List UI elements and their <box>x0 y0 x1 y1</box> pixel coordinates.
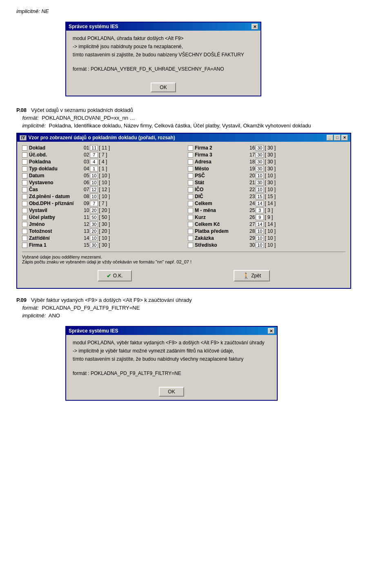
field-value-box[interactable]: 10 <box>256 235 264 241</box>
field-checkbox[interactable] <box>22 187 27 192</box>
dialog2-close-button[interactable]: ✕ <box>268 328 274 334</box>
field-checkbox[interactable] <box>22 194 27 199</box>
field-label: Zakázka <box>195 235 248 241</box>
field-label: Doklad <box>29 145 82 151</box>
field-checkbox[interactable] <box>188 236 193 241</box>
p08-heading: Výčet údajů v seznamu pokladních dokladů <box>31 107 133 113</box>
field-checkbox[interactable] <box>188 166 193 172</box>
field-max-bracket: [ 30 ] <box>265 180 276 185</box>
large-dialog-ok-button[interactable]: ✔ O.K. <box>98 270 132 281</box>
field-row-right: IČO 22 10 [ 10 ] <box>188 187 345 192</box>
field-max-bracket: [ 30 ] <box>265 159 276 165</box>
field-checkbox[interactable] <box>22 201 27 206</box>
field-value-box[interactable]: 10 <box>90 180 98 185</box>
field-checkbox[interactable] <box>188 194 193 199</box>
field-label: Úč.obd. <box>29 152 82 158</box>
field-value-box[interactable]: 30 <box>90 221 98 227</box>
field-max-bracket: [ 10 ] <box>265 173 276 179</box>
field-label: Středisko <box>195 242 248 248</box>
field-value-box[interactable]: 20 <box>90 208 98 213</box>
field-value-box[interactable]: 10 <box>90 194 98 199</box>
field-checkbox[interactable] <box>188 187 193 192</box>
field-value-box[interactable]: 4 <box>90 159 98 165</box>
field-label: Zd.plnění - datum <box>29 194 82 199</box>
field-checkbox[interactable] <box>188 159 193 165</box>
field-value-box[interactable]: 30 <box>256 180 264 185</box>
field-value-box[interactable]: 30 <box>256 152 264 158</box>
field-checkbox[interactable] <box>22 145 27 151</box>
minimize-button[interactable]: _ <box>327 135 333 141</box>
field-checkbox[interactable] <box>188 208 193 213</box>
dialog2-line2: -> implicitně je výběr faktur možné vyme… <box>73 348 270 354</box>
close-button[interactable]: ✕ <box>341 135 348 141</box>
field-value-box[interactable]: 10 <box>256 173 264 179</box>
field-checkbox[interactable] <box>22 208 27 213</box>
field-order: 06 <box>84 180 89 185</box>
field-checkbox[interactable] <box>188 180 193 185</box>
field-order: 02 <box>84 152 89 158</box>
field-checkbox[interactable] <box>22 243 27 248</box>
field-max-bracket: [ 10 ] <box>99 180 110 185</box>
field-checkbox[interactable] <box>22 166 27 172</box>
field-value-box[interactable]: 30 <box>256 159 264 165</box>
field-label: IČO <box>195 187 248 192</box>
field-value-box[interactable]: 10 <box>256 242 264 248</box>
field-value-box[interactable]: 30 <box>90 242 98 248</box>
large-dialog-footer: ✔ O.K. 🚶 Zpět <box>22 267 345 285</box>
field-checkbox[interactable] <box>22 180 27 185</box>
field-value-box[interactable]: 10 <box>256 187 264 192</box>
dialog1-close-button[interactable]: ✕ <box>252 24 258 29</box>
field-order: 12 <box>84 221 89 227</box>
maximize-button[interactable]: □ <box>334 135 341 141</box>
field-value-box[interactable]: 12 <box>90 187 98 192</box>
field-row-right: Zakázka 29 10 [ 10 ] <box>188 235 345 241</box>
field-checkbox[interactable] <box>22 236 27 241</box>
field-value-box[interactable]: 20 <box>90 228 98 234</box>
field-checkbox[interactable] <box>188 222 193 227</box>
field-value-box[interactable]: 30 <box>256 166 264 172</box>
field-label: Kurz <box>195 214 248 220</box>
field-checkbox[interactable] <box>188 229 193 234</box>
field-max-bracket: [ 10 ] <box>265 187 276 192</box>
large-dialog-back-button[interactable]: 🚶 Zpět <box>234 270 270 281</box>
field-value-box[interactable]: 11 <box>90 145 98 151</box>
field-checkbox[interactable] <box>22 152 27 158</box>
field-checkbox[interactable] <box>188 201 193 206</box>
dialog1-ok-button[interactable]: OK <box>151 83 176 92</box>
field-checkbox[interactable] <box>188 215 193 220</box>
field-max-bracket: [ 1 ] <box>99 166 107 172</box>
dialog2-line1: modul POKLADNA, výběr faktur vydaných <F… <box>73 340 270 346</box>
field-checkbox[interactable] <box>22 159 27 165</box>
field-value-box[interactable]: 15 <box>256 194 264 199</box>
field-label: Čas <box>29 187 82 192</box>
field-value-box[interactable]: 7 <box>90 201 98 206</box>
field-value-box[interactable]: 10 <box>90 235 98 241</box>
field-value-box[interactable]: 30 <box>256 145 264 151</box>
field-order: 10 <box>84 208 89 213</box>
field-value-box[interactable]: 10 <box>90 173 98 179</box>
field-order: 13 <box>84 228 89 234</box>
field-checkbox[interactable] <box>188 152 193 158</box>
field-checkbox[interactable] <box>22 229 27 234</box>
field-value-box[interactable]: 50 <box>90 214 98 220</box>
field-value-box[interactable]: 3 <box>256 208 264 213</box>
field-max-bracket: [ 30 ] <box>99 221 110 227</box>
field-value-box[interactable]: 10 <box>256 228 264 234</box>
field-value-box[interactable]: 14 <box>256 221 264 227</box>
dialog2-ok-button[interactable]: OK <box>159 387 184 397</box>
dialog2-titlebar: Správce systému IES ✕ <box>66 327 277 335</box>
field-max-bracket: [ 7 ] <box>99 201 107 206</box>
field-value-box[interactable]: 14 <box>256 201 264 206</box>
field-value-box[interactable]: 7 <box>90 152 98 158</box>
field-max-bracket: [ 10 ] <box>265 228 276 234</box>
field-row-left: Totožnost 13 20 [ 20 ] <box>22 228 180 234</box>
field-value-box[interactable]: 1 <box>90 166 98 172</box>
field-row-right: Adresa 18 30 [ 30 ] <box>188 159 345 165</box>
field-checkbox[interactable] <box>188 173 193 179</box>
field-checkbox[interactable] <box>22 222 27 227</box>
field-value-box[interactable]: 9 <box>256 214 264 220</box>
field-checkbox[interactable] <box>188 243 193 248</box>
field-checkbox[interactable] <box>188 145 193 151</box>
field-checkbox[interactable] <box>22 173 27 179</box>
field-checkbox[interactable] <box>22 215 27 220</box>
